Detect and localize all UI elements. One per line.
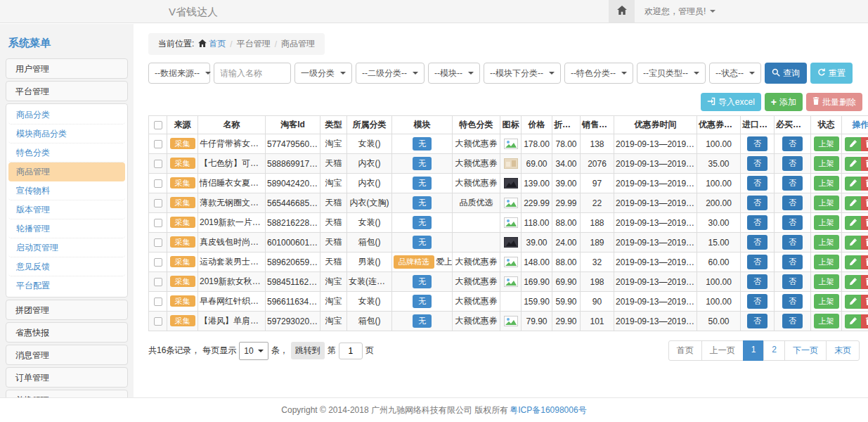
import-select-toggle[interactable]: 否 <box>747 156 767 171</box>
filter-select[interactable]: --模块-- <box>428 63 480 84</box>
sidebar-subitem[interactable]: 商品管理 <box>8 162 125 181</box>
must-buy-toggle[interactable]: 否 <box>782 136 803 151</box>
page-button-2[interactable]: 2 <box>763 340 785 361</box>
must-buy-toggle[interactable]: 否 <box>782 255 803 269</box>
sidebar-item-platform[interactable]: 平台管理 <box>6 81 128 101</box>
row-checkbox[interactable] <box>154 219 162 227</box>
row-checkbox[interactable] <box>154 179 162 188</box>
edit-button[interactable] <box>845 295 861 309</box>
import-select-toggle[interactable]: 否 <box>747 314 767 328</box>
page-button-下一页[interactable]: 下一页 <box>784 340 827 361</box>
import-select-toggle[interactable]: 否 <box>747 255 767 269</box>
must-buy-toggle[interactable]: 否 <box>782 235 803 250</box>
sidebar-subitem[interactable]: 宣传物料 <box>8 181 125 200</box>
must-buy-toggle[interactable]: 否 <box>782 215 803 230</box>
must-buy-toggle[interactable]: 否 <box>782 274 803 289</box>
delete-button[interactable] <box>861 137 868 151</box>
must-buy-toggle[interactable]: 否 <box>782 156 803 171</box>
row-checkbox[interactable] <box>154 258 162 267</box>
page-number-input[interactable] <box>339 343 363 359</box>
import-select-toggle[interactable]: 否 <box>747 176 767 191</box>
edit-button[interactable] <box>845 236 861 250</box>
status-button[interactable]: 上架 <box>814 136 839 151</box>
delete-button[interactable] <box>861 216 868 230</box>
search-button[interactable]: 查询 <box>765 63 807 84</box>
import-select-toggle[interactable]: 否 <box>747 136 767 151</box>
page-button-1[interactable]: 1 <box>743 340 765 361</box>
jump-to-button[interactable]: 跳转到 <box>291 342 325 359</box>
filter-select[interactable]: --特色分类-- <box>564 63 633 84</box>
icp-link[interactable]: 粤ICP备16098006号 <box>510 404 586 416</box>
sidebar-subitem[interactable]: 版本管理 <box>8 200 125 219</box>
edit-button[interactable] <box>845 275 861 289</box>
sidebar-subitem[interactable]: 特色分类 <box>8 143 125 162</box>
must-buy-toggle[interactable]: 否 <box>782 176 803 191</box>
delete-button[interactable] <box>861 255 868 269</box>
import-excel-button[interactable]: 导入excel <box>701 93 761 111</box>
sidebar-item[interactable]: 订单管理 <box>6 367 128 388</box>
edit-button[interactable] <box>845 157 861 171</box>
sidebar-subitem[interactable]: 轮播管理 <box>8 219 125 238</box>
filter-select[interactable]: --模块下分类-- <box>484 63 561 84</box>
sidebar-subitem[interactable]: 商品分类 <box>8 106 125 124</box>
must-buy-toggle[interactable]: 否 <box>782 314 803 328</box>
delete-button[interactable] <box>861 236 868 250</box>
select-all-checkbox[interactable] <box>154 121 162 129</box>
must-buy-toggle[interactable]: 否 <box>782 294 803 309</box>
delete-button[interactable] <box>861 177 868 191</box>
status-button[interactable]: 上架 <box>814 294 839 309</box>
sidebar-item-users[interactable]: 用户管理 <box>6 58 128 79</box>
name-search-input[interactable] <box>214 63 291 84</box>
import-select-toggle[interactable]: 否 <box>747 235 767 250</box>
filter-select[interactable]: 一级分类 <box>294 63 352 84</box>
row-checkbox[interactable] <box>154 160 162 168</box>
page-button-末页[interactable]: 末页 <box>826 340 860 361</box>
edit-button[interactable] <box>845 216 861 230</box>
status-button[interactable]: 上架 <box>814 215 839 230</box>
sidebar-subitem[interactable]: 平台配置 <box>8 276 125 295</box>
delete-button[interactable] <box>861 295 868 309</box>
status-button[interactable]: 上架 <box>814 255 839 269</box>
delete-button[interactable] <box>861 275 868 289</box>
sidebar-subitem[interactable]: 启动页管理 <box>8 238 125 257</box>
delete-button[interactable] <box>861 314 868 328</box>
filter-select[interactable]: --宝贝类型-- <box>637 63 706 84</box>
row-checkbox[interactable] <box>154 317 162 326</box>
row-checkbox[interactable] <box>154 278 162 286</box>
delete-button[interactable] <box>861 157 868 171</box>
user-menu[interactable]: 欢迎您，管理员! <box>635 0 725 23</box>
page-button-上一页[interactable]: 上一页 <box>701 340 744 361</box>
import-select-toggle[interactable]: 否 <box>747 196 767 210</box>
add-button[interactable]: + 添加 <box>765 93 803 111</box>
sidebar-subitem[interactable]: 意见反馈 <box>8 257 125 276</box>
status-button[interactable]: 上架 <box>814 156 839 171</box>
edit-button[interactable] <box>845 196 861 210</box>
delete-button[interactable] <box>861 196 868 210</box>
reset-button[interactable]: 重置 <box>810 63 853 84</box>
sidebar-item[interactable]: 消息管理 <box>6 345 128 365</box>
edit-button[interactable] <box>845 177 861 191</box>
home-button[interactable] <box>609 0 635 23</box>
filter-select[interactable]: --二级分类-- <box>356 63 425 84</box>
status-button[interactable]: 上架 <box>814 235 839 250</box>
status-button[interactable]: 上架 <box>814 176 839 191</box>
breadcrumb-home-link[interactable]: 首页 <box>198 38 226 50</box>
filter-select[interactable]: --状态-- <box>709 63 761 84</box>
import-select-toggle[interactable]: 否 <box>747 215 767 230</box>
sidebar-item[interactable]: 省惠快报 <box>6 322 128 343</box>
page-button-首页[interactable]: 首页 <box>668 340 702 361</box>
import-select-toggle[interactable]: 否 <box>747 274 767 289</box>
sidebar-item[interactable]: 兑换管理 <box>6 390 128 397</box>
must-buy-toggle[interactable]: 否 <box>782 196 803 210</box>
data-source-select[interactable]: --数据来源-- <box>148 63 210 84</box>
sidebar-subitem[interactable]: 模块商品分类 <box>8 124 125 143</box>
status-button[interactable]: 上架 <box>814 314 839 328</box>
status-button[interactable]: 上架 <box>814 274 839 289</box>
batch-delete-button[interactable]: 批量删除 <box>806 93 862 111</box>
import-select-toggle[interactable]: 否 <box>747 294 767 309</box>
row-checkbox[interactable] <box>154 298 162 306</box>
sidebar-item[interactable]: 拼团管理 <box>6 300 128 320</box>
row-checkbox[interactable] <box>154 199 162 207</box>
status-button[interactable]: 上架 <box>814 196 839 210</box>
row-checkbox[interactable] <box>154 140 162 148</box>
